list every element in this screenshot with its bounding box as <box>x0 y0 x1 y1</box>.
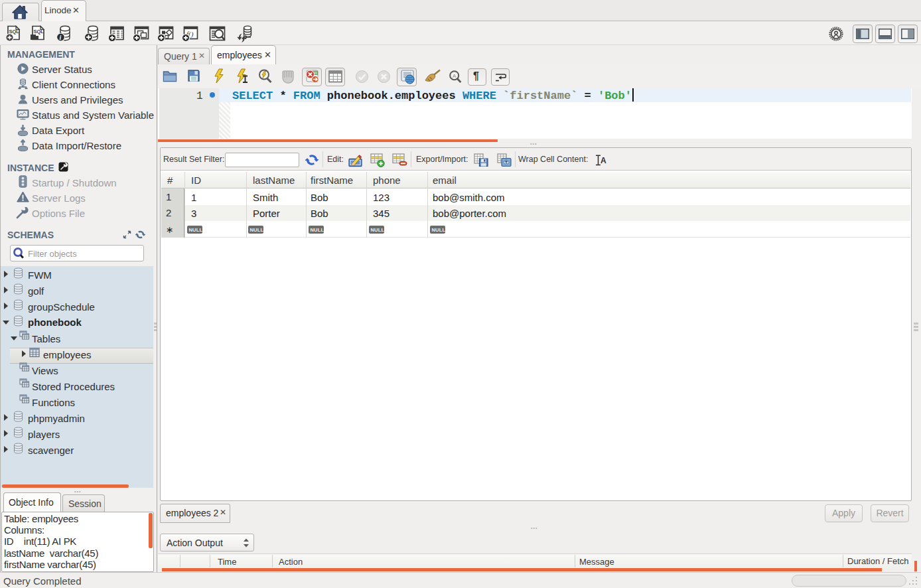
svg-text:A: A <box>601 156 606 165</box>
svg-text:A: A <box>453 73 457 79</box>
svg-text:i: i <box>60 34 62 41</box>
svg-text:SQL: SQL <box>34 29 44 35</box>
